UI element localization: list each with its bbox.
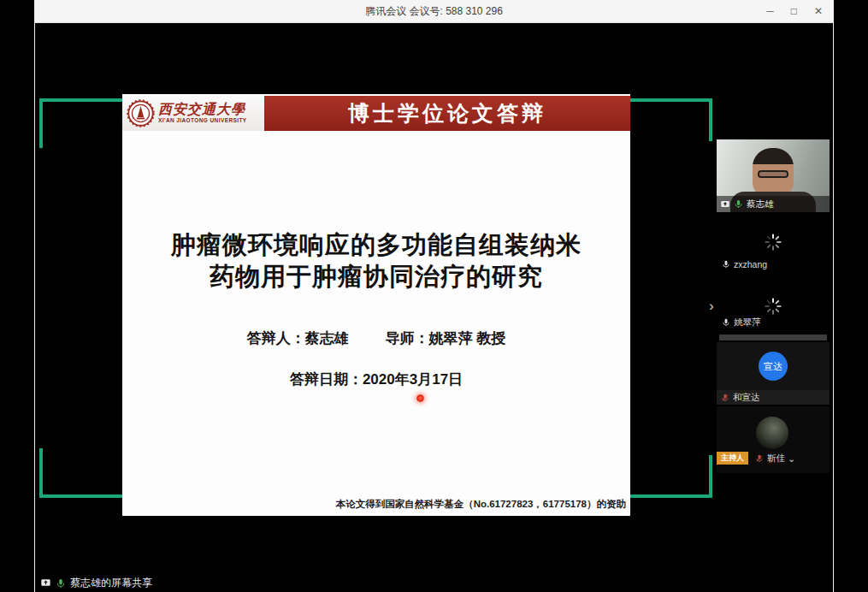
screen-share-status-bar: 蔡志雄的屏幕共享 xyxy=(40,576,152,590)
mic-on-icon xyxy=(734,199,743,209)
share-region-corner-top-right xyxy=(617,98,712,141)
laser-pointer-dot xyxy=(416,394,424,402)
slide-banner-title: 博士学位论文答辩 xyxy=(264,96,630,131)
mic-muted-icon xyxy=(721,394,729,402)
thesis-title-line1: 肿瘤微环境响应的多功能自组装纳米 xyxy=(122,229,630,261)
participant-name: zxzhang xyxy=(734,259,767,269)
participant-name: 靳佳 xyxy=(767,453,785,465)
loading-spinner-icon xyxy=(764,297,782,316)
window-border-right xyxy=(833,0,834,592)
share-region-corner-bottom-right xyxy=(617,455,712,498)
close-button[interactable]: ✕ xyxy=(814,0,823,23)
funding-note: 本论文得到国家自然科学基金（No.61727823，61775178）的资助 xyxy=(336,498,626,511)
loading-spinner-icon xyxy=(764,233,782,252)
presenter-advisor-line: 答辩人：蔡志雄 导师：姚翠萍 教授 xyxy=(122,329,630,348)
collapse-panel-chevron-icon[interactable]: › xyxy=(706,299,717,314)
participant-tile-yaocuiping[interactable]: 姚翠萍 xyxy=(717,278,830,340)
avatar: 宣达 xyxy=(759,352,788,381)
shared-slide: 西安交通大學 XI'AN JIAOTONG UNIVERSITY 博士学位论文答… xyxy=(122,94,630,516)
participant-name-bar: 姚翠萍 xyxy=(722,317,761,329)
mic-on-icon xyxy=(56,578,66,589)
participant-name: 和宣达 xyxy=(733,392,760,404)
participant-name-bar: 和宣达 xyxy=(717,390,830,405)
xjtu-emblem-icon xyxy=(127,99,155,127)
screen-sharing-icon xyxy=(40,577,51,589)
participant-name: 蔡志雄 xyxy=(747,198,774,210)
presenter-label: 答辩人：蔡志雄 xyxy=(247,330,349,346)
participant-video-glasses xyxy=(758,170,788,178)
host-badge: 主持人 xyxy=(717,452,748,465)
mic-on-icon xyxy=(722,318,730,327)
slide-header: 西安交通大學 XI'AN JIAOTONG UNIVERSITY 博士学位论文答… xyxy=(122,96,630,131)
window-border-left xyxy=(34,0,35,592)
screen-sharing-icon xyxy=(720,199,730,210)
share-region-corner-top-left xyxy=(39,98,135,148)
participant-name-bar: 蔡志雄 xyxy=(717,196,830,212)
window-title: 腾讯会议 会议号: 588 310 296 xyxy=(35,0,833,23)
thesis-title-line2: 药物用于肿瘤协同治疗的研究 xyxy=(122,261,630,293)
participant-name-bar: zxzhang xyxy=(722,259,767,269)
participant-name: 姚翠萍 xyxy=(734,317,761,329)
defense-date: 答辩日期：2020年3月17日 xyxy=(122,370,630,389)
advisor-label: 导师：姚翠萍 教授 xyxy=(386,330,506,346)
participant-tile-zxzhang[interactable]: zxzhang xyxy=(717,214,830,276)
minimize-button[interactable]: ─ xyxy=(766,0,774,23)
maximize-button[interactable]: □ xyxy=(791,0,797,23)
screen-share-status-label: 蔡志雄的屏幕共享 xyxy=(70,576,152,590)
university-logo: 西安交通大學 XI'AN JIAOTONG UNIVERSITY xyxy=(122,96,264,131)
titlebar: 腾讯会议 会议号: 588 310 296 ─ □ ✕ xyxy=(35,0,833,23)
meeting-window: 腾讯会议 会议号: 588 310 296 ─ □ ✕ 西安交通大學 xyxy=(0,0,868,592)
participant-tile-host[interactable]: 主持人 靳佳 ⌄ xyxy=(717,406,830,473)
avatar xyxy=(756,417,788,449)
participant-tile-caizhixiong[interactable]: 蔡志雄 xyxy=(717,139,830,212)
university-name-cn: 西安交通大學 xyxy=(158,103,247,117)
mic-on-icon xyxy=(722,260,730,269)
thesis-title: 肿瘤微环境响应的多功能自组装纳米 药物用于肿瘤协同治疗的研究 xyxy=(122,229,630,293)
chevron-down-icon[interactable]: ⌄ xyxy=(788,455,795,462)
video-loading-bar xyxy=(719,334,827,340)
participant-tile-hexuanda[interactable]: 宣达 和宣达 xyxy=(717,342,830,405)
share-region-corner-bottom-left xyxy=(39,448,135,498)
university-name-en: XI'AN JIAOTONG UNIVERSITY xyxy=(158,118,247,124)
participant-name-bar: 主持人 靳佳 ⌄ xyxy=(717,452,830,465)
mic-muted-icon xyxy=(755,454,764,463)
